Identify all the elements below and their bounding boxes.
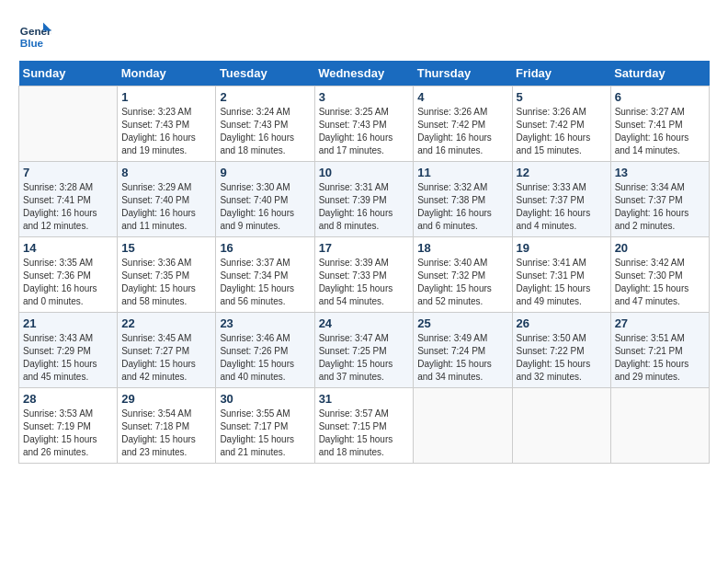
calendar-cell: 10Sunrise: 3:31 AM Sunset: 7:39 PM Dayli… xyxy=(314,162,414,237)
day-info: Sunrise: 3:26 AM Sunset: 7:42 PM Dayligh… xyxy=(417,106,507,157)
day-number: 24 xyxy=(319,316,410,330)
day-number: 7 xyxy=(23,166,113,179)
calendar-header-saturday: Saturday xyxy=(610,61,709,86)
day-info: Sunrise: 3:23 AM Sunset: 7:43 PM Dayligh… xyxy=(121,106,211,157)
calendar-cell: 5Sunrise: 3:26 AM Sunset: 7:42 PM Daylig… xyxy=(512,86,610,162)
day-info: Sunrise: 3:54 AM Sunset: 7:18 PM Dayligh… xyxy=(121,408,211,459)
day-info: Sunrise: 3:27 AM Sunset: 7:41 PM Dayligh… xyxy=(615,106,705,157)
calendar-cell: 30Sunrise: 3:55 AM Sunset: 7:17 PM Dayli… xyxy=(216,388,314,464)
day-number: 20 xyxy=(615,241,705,255)
calendar-cell: 24Sunrise: 3:47 AM Sunset: 7:25 PM Dayli… xyxy=(314,313,414,388)
day-number: 15 xyxy=(121,241,211,255)
day-number: 21 xyxy=(23,316,113,330)
day-info: Sunrise: 3:46 AM Sunset: 7:26 PM Dayligh… xyxy=(220,332,310,384)
day-info: Sunrise: 3:31 AM Sunset: 7:39 PM Dayligh… xyxy=(319,181,410,233)
day-info: Sunrise: 3:37 AM Sunset: 7:34 PM Dayligh… xyxy=(220,257,310,308)
calendar-week-row: 14Sunrise: 3:35 AM Sunset: 7:36 PM Dayli… xyxy=(19,237,710,313)
day-number: 6 xyxy=(615,90,705,104)
calendar-cell: 28Sunrise: 3:53 AM Sunset: 7:19 PM Dayli… xyxy=(19,388,118,464)
day-info: Sunrise: 3:42 AM Sunset: 7:30 PM Dayligh… xyxy=(615,257,705,308)
calendar-cell: 20Sunrise: 3:42 AM Sunset: 7:30 PM Dayli… xyxy=(610,237,709,313)
day-number: 31 xyxy=(319,392,410,406)
day-number: 16 xyxy=(220,241,310,255)
day-info: Sunrise: 3:49 AM Sunset: 7:24 PM Dayligh… xyxy=(417,332,507,384)
day-info: Sunrise: 3:34 AM Sunset: 7:37 PM Dayligh… xyxy=(615,181,705,233)
calendar-cell: 23Sunrise: 3:46 AM Sunset: 7:26 PM Dayli… xyxy=(216,313,314,388)
day-info: Sunrise: 3:25 AM Sunset: 7:43 PM Dayligh… xyxy=(319,106,410,157)
calendar-week-row: 21Sunrise: 3:43 AM Sunset: 7:29 PM Dayli… xyxy=(19,313,710,388)
day-number: 18 xyxy=(417,241,507,255)
day-info: Sunrise: 3:30 AM Sunset: 7:40 PM Dayligh… xyxy=(220,181,310,233)
logo: General Blue xyxy=(18,18,55,52)
calendar-cell: 2Sunrise: 3:24 AM Sunset: 7:43 PM Daylig… xyxy=(216,86,314,162)
day-number: 29 xyxy=(121,392,211,406)
day-info: Sunrise: 3:24 AM Sunset: 7:43 PM Dayligh… xyxy=(220,106,310,157)
day-info: Sunrise: 3:36 AM Sunset: 7:35 PM Dayligh… xyxy=(121,257,211,308)
day-number: 17 xyxy=(319,241,410,255)
calendar-header-tuesday: Tuesday xyxy=(216,61,314,86)
calendar-cell: 11Sunrise: 3:32 AM Sunset: 7:38 PM Dayli… xyxy=(414,162,512,237)
day-number: 23 xyxy=(220,316,310,330)
calendar-header-sunday: Sunday xyxy=(19,61,118,86)
calendar-cell: 15Sunrise: 3:36 AM Sunset: 7:35 PM Dayli… xyxy=(118,237,216,313)
day-info: Sunrise: 3:41 AM Sunset: 7:31 PM Dayligh… xyxy=(517,257,607,308)
day-number: 25 xyxy=(417,316,507,330)
calendar-cell: 25Sunrise: 3:49 AM Sunset: 7:24 PM Dayli… xyxy=(414,313,512,388)
calendar-cell: 22Sunrise: 3:45 AM Sunset: 7:27 PM Dayli… xyxy=(118,313,216,388)
calendar-header-monday: Monday xyxy=(118,61,216,86)
calendar-cell: 13Sunrise: 3:34 AM Sunset: 7:37 PM Dayli… xyxy=(610,162,709,237)
calendar-cell: 21Sunrise: 3:43 AM Sunset: 7:29 PM Dayli… xyxy=(19,313,118,388)
day-number: 9 xyxy=(220,166,310,179)
day-info: Sunrise: 3:35 AM Sunset: 7:36 PM Dayligh… xyxy=(23,257,113,308)
day-info: Sunrise: 3:51 AM Sunset: 7:21 PM Dayligh… xyxy=(615,332,705,384)
page-header: General Blue xyxy=(18,18,710,52)
calendar-cell xyxy=(414,388,512,464)
calendar-header-thursday: Thursday xyxy=(414,61,512,86)
calendar-week-row: 28Sunrise: 3:53 AM Sunset: 7:19 PM Dayli… xyxy=(19,388,710,464)
calendar-cell: 17Sunrise: 3:39 AM Sunset: 7:33 PM Dayli… xyxy=(314,237,414,313)
calendar-cell xyxy=(19,86,118,162)
calendar-cell: 4Sunrise: 3:26 AM Sunset: 7:42 PM Daylig… xyxy=(414,86,512,162)
day-number: 2 xyxy=(220,90,310,104)
day-info: Sunrise: 3:33 AM Sunset: 7:37 PM Dayligh… xyxy=(517,181,607,233)
calendar-header-row: SundayMondayTuesdayWednesdayThursdayFrid… xyxy=(19,61,710,86)
calendar-cell: 29Sunrise: 3:54 AM Sunset: 7:18 PM Dayli… xyxy=(118,388,216,464)
day-number: 26 xyxy=(517,316,607,330)
calendar-header-wednesday: Wednesday xyxy=(314,61,414,86)
day-info: Sunrise: 3:47 AM Sunset: 7:25 PM Dayligh… xyxy=(319,332,410,384)
day-info: Sunrise: 3:45 AM Sunset: 7:27 PM Dayligh… xyxy=(121,332,211,384)
day-number: 28 xyxy=(23,392,113,406)
calendar-cell: 18Sunrise: 3:40 AM Sunset: 7:32 PM Dayli… xyxy=(414,237,512,313)
calendar-cell: 8Sunrise: 3:29 AM Sunset: 7:40 PM Daylig… xyxy=(118,162,216,237)
day-number: 5 xyxy=(517,90,607,104)
calendar-cell: 26Sunrise: 3:50 AM Sunset: 7:22 PM Dayli… xyxy=(512,313,610,388)
day-number: 14 xyxy=(23,241,113,255)
calendar-cell: 16Sunrise: 3:37 AM Sunset: 7:34 PM Dayli… xyxy=(216,237,314,313)
day-number: 1 xyxy=(121,90,211,104)
day-number: 27 xyxy=(615,316,705,330)
day-number: 3 xyxy=(319,90,410,104)
day-number: 8 xyxy=(121,166,211,179)
day-info: Sunrise: 3:55 AM Sunset: 7:17 PM Dayligh… xyxy=(220,408,310,459)
calendar-cell: 31Sunrise: 3:57 AM Sunset: 7:15 PM Dayli… xyxy=(314,388,414,464)
day-info: Sunrise: 3:39 AM Sunset: 7:33 PM Dayligh… xyxy=(319,257,410,308)
day-info: Sunrise: 3:28 AM Sunset: 7:41 PM Dayligh… xyxy=(23,181,113,233)
day-number: 10 xyxy=(319,166,410,179)
day-number: 12 xyxy=(517,166,607,179)
day-info: Sunrise: 3:26 AM Sunset: 7:42 PM Dayligh… xyxy=(517,106,607,157)
calendar-cell: 14Sunrise: 3:35 AM Sunset: 7:36 PM Dayli… xyxy=(19,237,118,313)
day-number: 11 xyxy=(417,166,507,179)
day-info: Sunrise: 3:29 AM Sunset: 7:40 PM Dayligh… xyxy=(121,181,211,233)
calendar-header-friday: Friday xyxy=(512,61,610,86)
day-number: 13 xyxy=(615,166,705,179)
calendar-cell xyxy=(512,388,610,464)
svg-text:Blue: Blue xyxy=(20,37,44,49)
calendar-cell: 19Sunrise: 3:41 AM Sunset: 7:31 PM Dayli… xyxy=(512,237,610,313)
logo-icon: General Blue xyxy=(18,18,51,52)
day-info: Sunrise: 3:53 AM Sunset: 7:19 PM Dayligh… xyxy=(23,408,113,459)
calendar-cell: 6Sunrise: 3:27 AM Sunset: 7:41 PM Daylig… xyxy=(610,86,709,162)
day-info: Sunrise: 3:40 AM Sunset: 7:32 PM Dayligh… xyxy=(417,257,507,308)
calendar-cell: 12Sunrise: 3:33 AM Sunset: 7:37 PM Dayli… xyxy=(512,162,610,237)
day-number: 4 xyxy=(417,90,507,104)
day-number: 22 xyxy=(121,316,211,330)
